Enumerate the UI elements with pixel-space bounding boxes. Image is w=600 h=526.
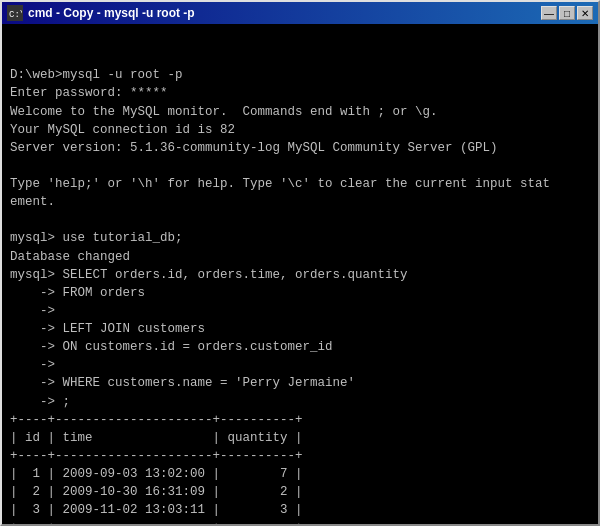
titlebar: C:\ cmd - Copy - mysql -u root -p — □ ✕ bbox=[2, 2, 598, 24]
titlebar-buttons: — □ ✕ bbox=[541, 6, 593, 20]
minimize-button[interactable]: — bbox=[541, 6, 557, 20]
titlebar-left: C:\ cmd - Copy - mysql -u root -p bbox=[7, 5, 195, 21]
terminal-content: D:\web>mysql -u root -p Enter password: … bbox=[10, 66, 590, 524]
close-button[interactable]: ✕ bbox=[577, 6, 593, 20]
terminal-area[interactable]: D:\web>mysql -u root -p Enter password: … bbox=[2, 24, 598, 524]
maximize-button[interactable]: □ bbox=[559, 6, 575, 20]
window: C:\ cmd - Copy - mysql -u root -p — □ ✕ … bbox=[0, 0, 600, 526]
cmd-icon: C:\ bbox=[7, 5, 23, 21]
window-title: cmd - Copy - mysql -u root -p bbox=[28, 6, 195, 20]
svg-text:C:\: C:\ bbox=[9, 10, 22, 20]
